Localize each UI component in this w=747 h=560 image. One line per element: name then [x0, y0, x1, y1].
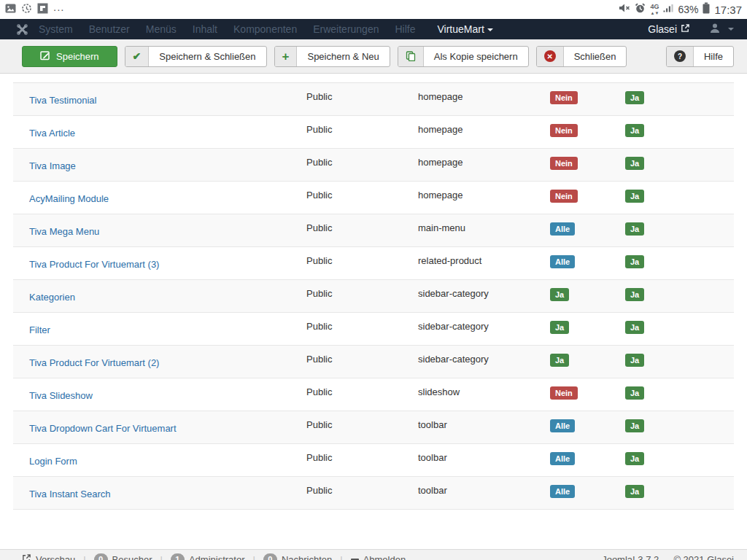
pencil-square-icon [40, 50, 50, 63]
administrators-link[interactable]: 1 Administrator [171, 553, 245, 560]
joomla-logo-icon [16, 23, 28, 36]
position-cell: homepage [406, 149, 542, 182]
messages-link[interactable]: 0 Nachrichten [263, 553, 332, 560]
module-name-link[interactable]: Tiva Image [29, 160, 76, 171]
logout-link[interactable]: Abmelden [351, 554, 406, 560]
position-cell: slideshow [406, 378, 542, 411]
external-link-icon [22, 553, 31, 560]
table-row: Tiva Testimonial Public homepage Nein Ja [13, 83, 734, 116]
assignment-badge: Nein [550, 190, 578, 203]
network-4g-icon: 4G ▲▼ [650, 4, 659, 15]
module-name-link[interactable]: Tiva Mega Menu [29, 226, 99, 237]
table-row: Tiva Slideshow Public slideshow Nein Ja [13, 378, 734, 411]
module-list-content: Tiva Testimonial Public homepage Nein Ja… [0, 82, 747, 549]
joomla-version-label: Joomla! 3.7.2 — © 2021 Glasei [602, 554, 734, 560]
access-cell: Public [295, 214, 406, 247]
table-row: Tiva Dropdown Cart For Virtuemart Public… [13, 411, 734, 444]
alarm-clock-icon [635, 3, 646, 17]
access-cell: Public [295, 182, 406, 214]
assignment-badge: Nein [550, 124, 578, 137]
module-name-link[interactable]: Tiva Dropdown Cart For Virtuemart [29, 423, 177, 434]
access-cell: Public [295, 313, 406, 346]
user-icon [709, 23, 721, 36]
flipboard-icon [37, 3, 48, 17]
assignment-badge: Ja [550, 321, 569, 334]
save-close-button[interactable]: ✔ Speichern & Schließen [125, 46, 267, 67]
published-badge: Ja [625, 386, 644, 400]
user-menu[interactable] [709, 23, 734, 36]
table-row: Tiva Product For Virtuemart (2) Public s… [13, 346, 734, 378]
clock-label: 17:37 [714, 4, 742, 16]
table-row: AcyMailing Module Public homepage Nein J… [13, 182, 734, 214]
nav-item-benutzer[interactable]: Benutzer [89, 23, 130, 35]
check-icon: ✔ [125, 47, 150, 66]
copy-icon [398, 47, 424, 66]
external-link-icon [681, 23, 690, 35]
position-cell: toolbar [406, 477, 542, 510]
published-badge: Ja [625, 419, 644, 432]
published-badge: Ja [625, 485, 644, 498]
assignment-badge: Nein [550, 157, 578, 170]
chevron-down-icon [728, 28, 734, 31]
table-row: Tiva Mega Menu Public main-menu Alle Ja [13, 214, 734, 247]
image-icon [5, 3, 16, 17]
module-name-link[interactable]: Tiva Instant Search [29, 489, 111, 499]
assignment-badge: Alle [550, 222, 575, 236]
site-preview-link[interactable]: Glasei [648, 23, 690, 35]
assignment-badge: Ja [550, 354, 569, 367]
visitors-count-badge: 0 [94, 553, 108, 560]
assignment-badge: Alle [550, 452, 575, 465]
cancel-icon: ✕ [537, 47, 564, 66]
position-cell: main-menu [406, 214, 542, 247]
published-badge: Ja [625, 354, 644, 367]
save-new-button[interactable]: + Speichern & Neu [274, 46, 390, 67]
nav-item-inhalt[interactable]: Inhalt [193, 23, 217, 35]
nav-item-menus[interactable]: Menüs [146, 23, 177, 35]
module-name-link[interactable]: Filter [29, 324, 50, 335]
module-name-link[interactable]: AcyMailing Module [29, 193, 109, 204]
nav-item-system[interactable]: System [39, 23, 73, 35]
published-badge: Ja [625, 157, 644, 170]
save-copy-button[interactable]: Als Kopie speichern [398, 46, 529, 67]
preview-link[interactable]: Vorschau [22, 553, 75, 560]
module-name-link[interactable]: Tiva Article [29, 128, 75, 139]
module-name-link[interactable]: Tiva Testimonial [29, 95, 96, 106]
access-cell: Public [295, 378, 406, 411]
module-name-link[interactable]: Kategorien [29, 292, 75, 303]
module-table: Tiva Testimonial Public homepage Nein Ja… [13, 82, 734, 510]
more-notifications-ellipsis: ... [53, 4, 65, 11]
table-row: Tiva Image Public homepage Nein Ja [13, 149, 734, 182]
question-icon: ? [667, 47, 694, 66]
published-badge: Ja [625, 288, 644, 301]
help-button[interactable]: ? Hilfe [666, 46, 734, 67]
close-button[interactable]: ✕ Schließen [536, 46, 627, 67]
nav-item-komponenten[interactable]: Komponenten [233, 23, 297, 35]
notification-icons: ... [5, 3, 65, 17]
module-name-link[interactable]: Tiva Slideshow [29, 390, 93, 401]
visitors-link[interactable]: 0 Besucher [94, 553, 152, 560]
access-cell: Public [295, 280, 406, 313]
nav-item-hilfe[interactable]: Hilfe [395, 23, 415, 35]
admin-count-badge: 1 [171, 553, 185, 560]
save-button[interactable]: Speichern [22, 46, 117, 67]
assignment-badge: Nein [550, 386, 578, 400]
module-name-link[interactable]: Tiva Product For Virtuemart (3) [29, 259, 159, 270]
published-badge: Ja [625, 321, 644, 334]
messages-count-badge: 0 [263, 553, 277, 560]
nav-item-virtuemart[interactable]: VirtueMart [438, 23, 493, 35]
published-badge: Ja [625, 91, 644, 104]
module-name-link[interactable]: Login Form [29, 456, 77, 467]
position-cell: related-product [406, 247, 542, 280]
module-name-link[interactable]: Tiva Product For Virtuemart (2) [29, 357, 159, 368]
position-cell: sidebar-category [406, 346, 542, 378]
battery-icon [703, 2, 710, 17]
access-cell: Public [295, 444, 406, 477]
published-badge: Ja [625, 255, 644, 268]
table-row: Tiva Article Public homepage Nein Ja [13, 116, 734, 149]
edit-toolbar: Speichern ✔ Speichern & Schließen + Spei… [0, 39, 747, 74]
admin-footer-bar: Vorschau | 0 Besucher | 1 Administrator … [0, 549, 747, 560]
chevron-down-icon [487, 28, 493, 31]
nav-item-erweiterungen[interactable]: Erweiterungen [313, 23, 379, 35]
position-cell: homepage [406, 83, 542, 116]
table-row: Kategorien Public sidebar-category Ja Ja [13, 280, 734, 313]
